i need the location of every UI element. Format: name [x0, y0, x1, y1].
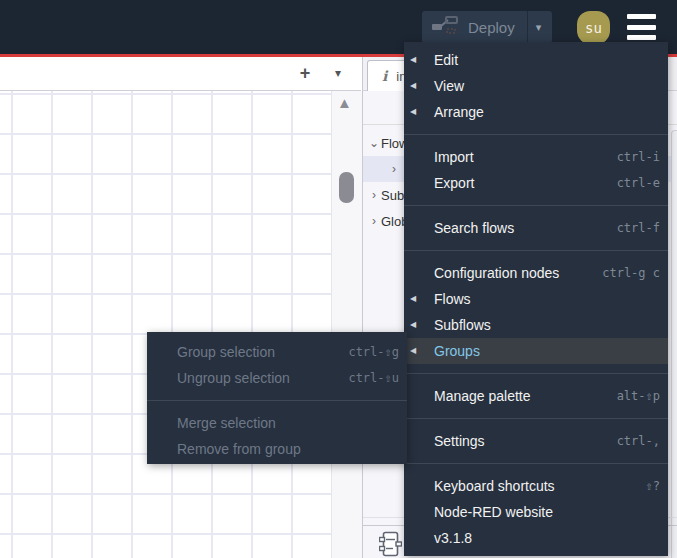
shortcut-label: ctrl-f	[617, 215, 660, 241]
flow-canvas[interactable]	[0, 91, 361, 558]
submenu-left-arrow-icon: ◀	[410, 312, 416, 338]
submenu-left-arrow-icon: ◀	[410, 338, 416, 364]
menu-separator	[404, 134, 668, 135]
submenu-left-arrow-icon: ◀	[410, 286, 416, 312]
shortcut-label: ctrl-g c	[602, 260, 660, 286]
menu-item-import[interactable]: Import ctrl-i	[404, 144, 668, 170]
deploy-label: Deploy	[468, 19, 515, 36]
menu-item-search-flows[interactable]: Search flows ctrl-f	[404, 215, 668, 241]
deploy-nodes-icon	[432, 15, 458, 39]
submenu-left-arrow-icon: ◀	[410, 47, 416, 73]
menu-item-manage-palette[interactable]: Manage palette alt-⇧p	[404, 383, 668, 409]
outline-node-icon[interactable]	[379, 531, 402, 558]
hamburger-bar	[627, 14, 656, 19]
shortcut-label: ⇧?	[646, 473, 660, 499]
submenu-item-merge-selection[interactable]: Merge selection	[147, 410, 407, 436]
submenu-left-arrow-icon: ◀	[410, 99, 416, 125]
menu-item-flows[interactable]: ◀ Flows	[404, 286, 668, 312]
deploy-dropdown-icon[interactable]: ▾	[536, 21, 542, 34]
shortcut-label: ctrl-⇧g	[348, 339, 399, 365]
user-avatar[interactable]: su	[577, 11, 610, 44]
menu-item-node-red-website[interactable]: Node-RED website	[404, 499, 668, 525]
workspace-tab-bar: + ▾	[0, 57, 361, 91]
groups-submenu: Group selection ctrl-⇧g Ungroup selectio…	[147, 332, 407, 464]
canvas-vertical-scrollbar[interactable]: ▲	[331, 91, 362, 558]
menu-item-subflows[interactable]: ◀ Subflows	[404, 312, 668, 338]
scrollbar-thumb[interactable]	[339, 172, 354, 203]
caret-right-icon[interactable]: ›	[367, 214, 381, 228]
menu-item-keyboard-shortcuts[interactable]: Keyboard shortcuts ⇧?	[404, 473, 668, 499]
menu-separator	[404, 373, 668, 374]
menu-separator	[147, 400, 407, 401]
menu-separator	[404, 250, 668, 251]
sidebar-panel-edge	[671, 130, 677, 558]
menu-separator	[404, 205, 668, 206]
menu-item-configuration-nodes[interactable]: Configuration nodes ctrl-g c	[404, 260, 668, 286]
shortcut-label: ctrl-i	[617, 144, 660, 170]
menu-item-version[interactable]: v3.1.8	[404, 525, 668, 551]
menu-item-arrange[interactable]: ◀ Arrange	[404, 99, 668, 125]
hamburger-bar	[627, 35, 656, 40]
node-red-app: Deploy ▾ su + ▾ ▲ i info ⌄ Flows ›	[0, 0, 677, 558]
menu-item-export[interactable]: Export ctrl-e	[404, 170, 668, 196]
caret-right-icon[interactable]: ›	[387, 162, 401, 176]
main-menu-toggle[interactable]	[627, 14, 656, 40]
shortcut-label: ctrl-,	[617, 428, 660, 454]
deploy-split-divider	[527, 11, 528, 43]
menu-item-view[interactable]: ◀ View	[404, 73, 668, 99]
caret-down-icon[interactable]: ⌄	[367, 136, 381, 150]
main-menu: ◀ Edit ◀ View ◀ Arrange Import ctrl-i Ex…	[404, 42, 668, 556]
caret-right-icon[interactable]: ›	[367, 188, 381, 202]
submenu-left-arrow-icon: ◀	[410, 73, 416, 99]
shortcut-label: ctrl-e	[617, 170, 660, 196]
menu-separator	[404, 418, 668, 419]
shortcut-label: alt-⇧p	[617, 383, 660, 409]
submenu-item-remove-from-group[interactable]: Remove from group	[147, 436, 407, 462]
menu-separator	[404, 463, 668, 464]
scroll-up-icon[interactable]: ▲	[337, 94, 352, 111]
hamburger-bar	[627, 25, 656, 30]
info-icon: i	[382, 68, 387, 84]
add-flow-button[interactable]: +	[293, 60, 317, 86]
menu-item-groups[interactable]: ◀ Groups	[404, 338, 668, 364]
submenu-item-ungroup-selection[interactable]: Ungroup selection ctrl-⇧u	[147, 365, 407, 391]
menu-item-settings[interactable]: Settings ctrl-,	[404, 428, 668, 454]
flow-list-button[interactable]: ▾	[326, 60, 350, 86]
menu-item-edit[interactable]: ◀ Edit	[404, 47, 668, 73]
deploy-button[interactable]: Deploy ▾	[422, 11, 552, 43]
shortcut-label: ctrl-⇧u	[348, 365, 399, 391]
submenu-item-group-selection[interactable]: Group selection ctrl-⇧g	[147, 339, 407, 365]
